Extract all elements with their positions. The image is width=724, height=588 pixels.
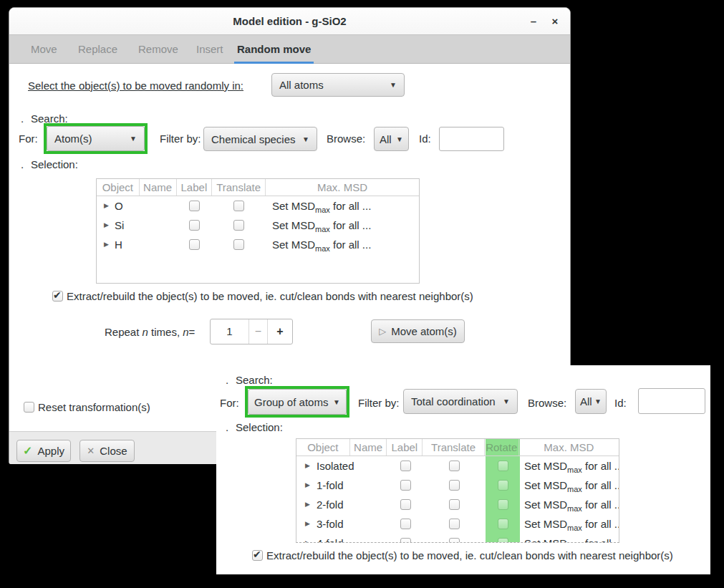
expander-icon[interactable]: ▶: [305, 462, 310, 469]
close-button[interactable]: ✕ Close: [79, 440, 135, 462]
expander-icon[interactable]: ▶: [104, 241, 109, 248]
column-header-translate: Translate: [212, 179, 266, 196]
translate-checkbox[interactable]: [449, 499, 460, 510]
rotate-checkbox[interactable]: [498, 480, 508, 491]
browse-dropdown[interactable]: All ▼: [575, 389, 607, 414]
for-dropdown[interactable]: Atom(s) ▼: [47, 126, 145, 151]
tab-replace[interactable]: Replace: [75, 35, 120, 64]
filter-dropdown[interactable]: Chemical species ▼: [203, 127, 317, 151]
label-checkbox[interactable]: [189, 201, 200, 211]
chevron-down-icon: ▼: [594, 397, 602, 405]
set-msd-button[interactable]: Set MSDmax for all ...: [524, 537, 619, 543]
for-dropdown-value: Group of atoms: [254, 396, 328, 408]
label-checkbox[interactable]: [189, 220, 200, 231]
for-dropdown[interactable]: Group of atoms ▼: [248, 389, 347, 415]
translate-checkbox[interactable]: [449, 519, 460, 529]
repeat-label: Repeat n times, n=: [105, 326, 195, 338]
filter-dropdown-value: Chemical species: [211, 133, 296, 145]
set-msd-button[interactable]: Set MSDmax for all ...: [524, 518, 619, 532]
for-label: For:: [19, 132, 38, 145]
object-name: 1-fold: [317, 479, 344, 491]
extract-rebuild-checkbox[interactable]: ✔: [52, 291, 63, 302]
table-row: ▶ 1-fold Set MSDmax for all ...: [296, 476, 619, 495]
set-msd-button[interactable]: Set MSDmax for all ...: [524, 479, 619, 493]
filter-by-label: Filter by:: [358, 397, 400, 409]
selection-section-label: Selection:: [31, 158, 78, 170]
reset-transformations-checkbox[interactable]: [24, 402, 34, 413]
translate-checkbox[interactable]: [449, 538, 460, 543]
expander-icon[interactable]: ▶: [104, 202, 109, 209]
set-msd-button[interactable]: Set MSDmax for all ...: [272, 238, 371, 253]
reset-transformations-label: Reset transformation(s): [38, 401, 150, 413]
set-msd-button[interactable]: Set MSDmax for all ...: [524, 460, 619, 474]
repeat-count-value[interactable]: 1: [211, 319, 248, 344]
label-checkbox[interactable]: [400, 538, 411, 543]
check-icon: ✔: [253, 549, 261, 560]
label-checkbox[interactable]: [189, 239, 200, 250]
for-dropdown-value: Atom(s): [54, 132, 92, 145]
extract-rebuild-label: Extract/rebuild the object(s) to be move…: [67, 290, 473, 302]
expander-icon[interactable]: ▶: [305, 520, 310, 527]
rotate-checkbox[interactable]: [498, 519, 508, 529]
check-icon: ✔: [53, 289, 62, 301]
increment-button[interactable]: +: [267, 319, 292, 344]
set-msd-button[interactable]: Set MSDmax for all ...: [524, 498, 619, 513]
rotate-checkbox[interactable]: [498, 499, 508, 510]
tab-random-move[interactable]: Random move: [234, 35, 314, 64]
label-checkbox[interactable]: [400, 499, 411, 510]
scope-dropdown[interactable]: All atoms ▼: [271, 73, 405, 97]
object-name: 2-fold: [317, 498, 344, 511]
translate-checkbox[interactable]: [233, 239, 244, 250]
chevron-down-icon: ▼: [503, 397, 510, 405]
table-row: ▶ H Set MSDmax for all ...: [97, 235, 419, 254]
label-checkbox[interactable]: [400, 519, 411, 529]
set-msd-button[interactable]: Set MSDmax for all ...: [272, 200, 371, 214]
window-title: Model edition - g-SiO2: [9, 15, 570, 27]
filter-dropdown[interactable]: Total coordination ▼: [403, 389, 518, 414]
decrement-button[interactable]: −: [248, 319, 267, 344]
table-row: ▶ O Set MSDmax for all ...: [97, 196, 419, 216]
tab-move[interactable]: Move: [28, 35, 60, 64]
translate-checkbox[interactable]: [449, 461, 460, 471]
table-header-row: Object Name Label Translate Rotate Max. …: [296, 439, 619, 456]
move-atoms-button[interactable]: ▷ Move atom(s): [371, 319, 465, 343]
table-row: ▶ Isolated Set MSDmax for all ...: [296, 456, 619, 476]
rotate-checkbox[interactable]: [498, 538, 508, 543]
chevron-down-icon: ▼: [396, 135, 403, 143]
titlebar[interactable]: Model edition - g-SiO2 – ×: [9, 8, 570, 35]
filter-dropdown-value: Total coordination: [411, 395, 496, 408]
close-window-button[interactable]: ×: [547, 14, 563, 29]
expander-icon[interactable]: ▶: [305, 539, 310, 543]
scope-dropdown-value: All atoms: [279, 79, 324, 91]
translate-checkbox[interactable]: [449, 480, 460, 491]
set-msd-button[interactable]: Set MSDmax for all ...: [272, 219, 371, 233]
browse-dropdown-value: All: [580, 395, 592, 408]
translate-checkbox[interactable]: [233, 201, 244, 211]
column-header-name: Name: [140, 179, 177, 196]
expander-icon[interactable]: ▶: [305, 481, 310, 488]
selection-section-bullet: .: [21, 158, 24, 170]
label-checkbox[interactable]: [400, 461, 411, 471]
table-row: ▶ 4-fold Set MSDmax for all ...: [296, 534, 619, 543]
apply-button[interactable]: ✓ Apply: [16, 440, 71, 462]
tab-insert[interactable]: Insert: [193, 35, 226, 64]
browse-dropdown-value: All: [380, 133, 392, 145]
object-name: H: [115, 238, 122, 251]
table-row: ▶ 3-fold Set MSDmax for all ...: [296, 514, 619, 534]
translate-checkbox[interactable]: [233, 220, 244, 231]
highlight-box: Group of atoms ▼: [245, 386, 349, 418]
id-input[interactable]: [638, 388, 705, 414]
tab-remove[interactable]: Remove: [135, 35, 181, 64]
minimize-button[interactable]: –: [526, 14, 541, 29]
id-input[interactable]: [439, 127, 504, 151]
chevron-down-icon: ▼: [302, 135, 309, 143]
column-header-object: Object: [296, 439, 350, 456]
expander-icon[interactable]: ▶: [104, 221, 109, 228]
extract-rebuild-checkbox[interactable]: ✔: [252, 550, 263, 561]
browse-dropdown[interactable]: All ▼: [374, 127, 409, 151]
selection-table: Object Name Label Translate Max. MSD ▶ O…: [96, 178, 420, 284]
label-checkbox[interactable]: [400, 480, 411, 491]
apply-check-icon: ✓: [23, 444, 32, 458]
rotate-checkbox[interactable]: [498, 461, 508, 471]
expander-icon[interactable]: ▶: [305, 501, 310, 508]
